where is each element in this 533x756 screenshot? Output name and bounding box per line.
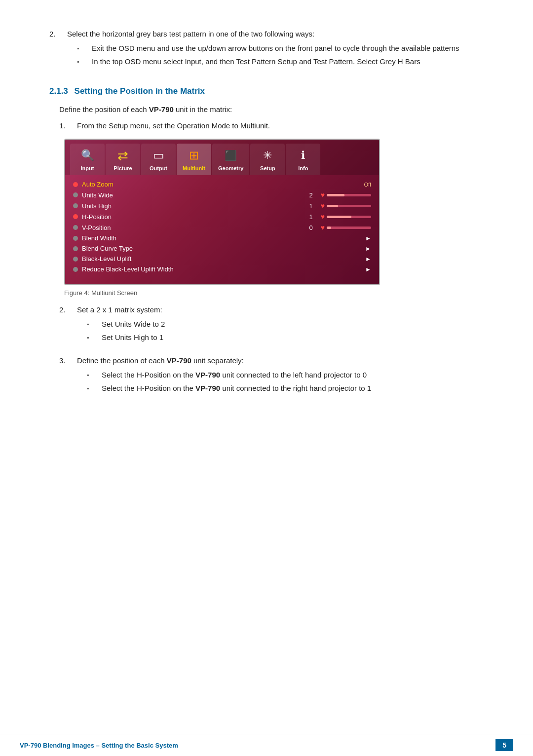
arrow-black-level-uplift: ► bbox=[365, 256, 371, 263]
menu-label-v-position: V-Position bbox=[82, 224, 111, 231]
dot-reduce-black-level bbox=[73, 267, 78, 272]
menu-label-blend-curve-type: Blend Curve Type bbox=[82, 245, 133, 252]
arrow-blend-curve-type: ► bbox=[365, 245, 371, 252]
step-number: 2. bbox=[49, 30, 61, 72]
bullet-h-pos-right: Select the H-Position on the VP-790 unit… bbox=[87, 384, 484, 392]
footer-brand: VP-790 Blending Images – Setting the Bas… bbox=[20, 742, 178, 749]
figure-caption: Figure 4: Multiunit Screen bbox=[64, 289, 484, 297]
slider-fill bbox=[327, 205, 338, 207]
footer-page: 5 bbox=[495, 739, 513, 751]
bullet-text: Set Units Wide to 2 bbox=[102, 320, 165, 328]
osd-menu: Auto Zoom Off Units Wide 2 ♥ Units High … bbox=[65, 175, 379, 274]
step-number: 1. bbox=[59, 121, 71, 130]
bullet-text: Set Units High to 1 bbox=[102, 333, 163, 341]
osd-tab-output[interactable]: ▭ Output bbox=[141, 144, 176, 175]
bullet-h-pos-left: Select the H-Position on the VP-790 unit… bbox=[87, 371, 484, 379]
multiunit-icon: ⊞ bbox=[185, 147, 203, 164]
section-number: 2.1.3 bbox=[49, 86, 68, 96]
step-text: Define the position of each VP-790 unit … bbox=[77, 356, 244, 365]
osd-tab-info[interactable]: ℹ Info bbox=[286, 144, 320, 175]
setup-icon: ✳ bbox=[259, 147, 276, 164]
dot-auto-zoom bbox=[73, 182, 78, 187]
tab-label-setup: Setup bbox=[260, 165, 275, 171]
dot-black-level-uplift bbox=[73, 257, 78, 262]
step-number: 3. bbox=[59, 356, 71, 398]
slider-bar bbox=[327, 205, 371, 207]
value-h-position: 1 bbox=[303, 213, 313, 221]
bullet-text: Exit the OSD menu and use the up/down ar… bbox=[92, 44, 459, 52]
dot-blend-width bbox=[73, 236, 78, 241]
info-icon: ℹ bbox=[294, 147, 312, 164]
step-1-setup-mode: 1. From the Setup menu, set the Operatio… bbox=[59, 121, 484, 130]
slider-heart: ♥ bbox=[321, 213, 325, 221]
menu-label-reduce-black-level: Reduce Black-Level Uplift Width bbox=[82, 265, 174, 273]
osd-item-black-level-uplift[interactable]: Black-Level Uplift ► bbox=[73, 254, 371, 264]
step-number: 2. bbox=[59, 305, 71, 347]
osd-tab-input[interactable]: 🔍 Input bbox=[70, 144, 105, 175]
slider-units-high: ♥ bbox=[321, 202, 371, 210]
osd-item-reduce-black-level[interactable]: Reduce Black-Level Uplift Width ► bbox=[73, 264, 371, 274]
dot-units-high bbox=[73, 203, 78, 208]
menu-label-h-position: H-Position bbox=[82, 213, 112, 221]
osd-tab-setup[interactable]: ✳ Setup bbox=[250, 144, 285, 175]
bullets-step2-matrix: Set Units Wide to 2 Set Units High to 1 bbox=[87, 320, 484, 341]
footer: VP-790 Blending Images – Setting the Bas… bbox=[0, 734, 533, 756]
bullet-units-high: Set Units High to 1 bbox=[87, 333, 484, 341]
tab-label-info: Info bbox=[298, 165, 308, 171]
slider-h-position: ♥ bbox=[321, 213, 371, 221]
menu-label-auto-zoom: Auto Zoom bbox=[82, 181, 114, 188]
value-units-wide: 2 bbox=[303, 191, 313, 199]
bullets-step3: Select the H-Position on the VP-790 unit… bbox=[87, 371, 484, 392]
tab-label-picture: Picture bbox=[114, 165, 132, 171]
slider-bar bbox=[327, 216, 371, 218]
bullet-text: Select the H-Position on the VP-790 unit… bbox=[102, 371, 367, 379]
step-2-select-pattern: 2. Select the horizontal grey bars test … bbox=[49, 30, 484, 72]
bullet-text: In the top OSD menu select Input, and th… bbox=[92, 57, 420, 66]
menu-label-units-high: Units High bbox=[82, 202, 112, 210]
slider-v-position: ♥ bbox=[321, 224, 371, 231]
osd-item-units-wide[interactable]: Units Wide 2 ♥ bbox=[73, 189, 371, 200]
osd-tab-multiunit[interactable]: ⊞ Multiunit bbox=[177, 144, 211, 175]
osd-tab-picture[interactable]: ⇄ Picture bbox=[106, 144, 140, 175]
osd-item-blend-curve-type[interactable]: Blend Curve Type ► bbox=[73, 243, 371, 254]
step-text: Select the horizontal grey bars test pat… bbox=[67, 30, 314, 38]
osd-tabs: 🔍 Input ⇄ Picture ▭ Output ⊞ Multiunit ⬛… bbox=[65, 140, 379, 175]
tab-label-geometry: Geometry bbox=[218, 165, 243, 171]
slider-heart: ♥ bbox=[321, 224, 325, 231]
output-icon: ▭ bbox=[150, 147, 167, 164]
slider-units-wide: ♥ bbox=[321, 191, 371, 199]
tab-label-input: Input bbox=[81, 165, 94, 171]
dot-blend-curve-type bbox=[73, 246, 78, 251]
picture-icon: ⇄ bbox=[114, 147, 132, 164]
osd-item-v-position[interactable]: V-Position 0 ♥ bbox=[73, 222, 371, 233]
slider-fill bbox=[327, 227, 331, 229]
osd-item-units-high[interactable]: Units High 1 ♥ bbox=[73, 200, 371, 211]
slider-bar bbox=[327, 194, 371, 196]
section-title: Setting the Position in the Matrix bbox=[75, 86, 205, 96]
arrow-reduce-black-level: ► bbox=[365, 266, 371, 273]
bullet-units-wide: Set Units Wide to 2 bbox=[87, 320, 484, 328]
bullet-1: Exit the OSD menu and use the up/down ar… bbox=[77, 44, 484, 52]
dot-h-position bbox=[73, 214, 78, 219]
dot-v-position bbox=[73, 225, 78, 230]
bullet-2: In the top OSD menu select Input, and th… bbox=[77, 57, 484, 66]
step-text: From the Setup menu, set the Operation M… bbox=[77, 121, 270, 130]
arrow-blend-width: ► bbox=[365, 235, 371, 242]
step-2-matrix: 2. Set a 2 x 1 matrix system: Set Units … bbox=[59, 305, 484, 347]
auto-zoom-hint: Off bbox=[364, 182, 371, 188]
slider-bar bbox=[327, 227, 371, 229]
value-v-position: 0 bbox=[303, 224, 313, 231]
osd-item-auto-zoom[interactable]: Auto Zoom Off bbox=[73, 179, 371, 189]
osd-tab-geometry[interactable]: ⬛ Geometry bbox=[212, 144, 249, 175]
geometry-icon: ⬛ bbox=[222, 147, 240, 164]
dot-units-wide bbox=[73, 192, 78, 197]
slider-fill bbox=[327, 216, 351, 218]
slider-heart: ♥ bbox=[321, 191, 325, 199]
menu-label-black-level-uplift: Black-Level Uplift bbox=[82, 255, 131, 263]
step-text: Set a 2 x 1 matrix system: bbox=[77, 305, 162, 314]
osd-item-h-position[interactable]: H-Position 1 ♥ bbox=[73, 211, 371, 222]
input-icon: 🔍 bbox=[78, 147, 96, 164]
bullets-step2: Exit the OSD menu and use the up/down ar… bbox=[77, 44, 484, 66]
osd-item-blend-width[interactable]: Blend Width ► bbox=[73, 233, 371, 243]
tab-label-multiunit: Multiunit bbox=[183, 165, 205, 171]
